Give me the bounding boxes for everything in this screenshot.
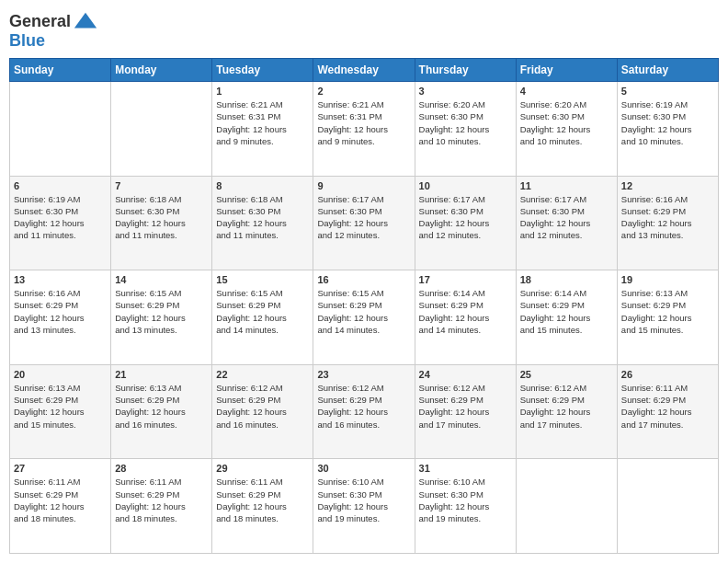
calendar-cell bbox=[516, 459, 617, 554]
calendar-cell: 6Sunrise: 6:19 AM Sunset: 6:30 PM Daylig… bbox=[10, 176, 111, 270]
day-info: Sunrise: 6:21 AM Sunset: 6:31 PM Dayligh… bbox=[216, 98, 309, 147]
calendar-cell: 16Sunrise: 6:15 AM Sunset: 6:29 PM Dayli… bbox=[313, 270, 415, 365]
calendar-week-row: 13Sunrise: 6:16 AM Sunset: 6:29 PM Dayli… bbox=[10, 270, 719, 365]
calendar-cell: 8Sunrise: 6:18 AM Sunset: 6:30 PM Daylig… bbox=[212, 176, 313, 270]
day-info: Sunrise: 6:18 AM Sunset: 6:30 PM Dayligh… bbox=[216, 193, 309, 242]
calendar-cell: 15Sunrise: 6:15 AM Sunset: 6:29 PM Dayli… bbox=[212, 270, 313, 365]
calendar-cell: 21Sunrise: 6:13 AM Sunset: 6:29 PM Dayli… bbox=[111, 364, 212, 459]
calendar-cell: 18Sunrise: 6:14 AM Sunset: 6:29 PM Dayli… bbox=[516, 270, 617, 365]
calendar-table: SundayMondayTuesdayWednesdayThursdayFrid… bbox=[9, 58, 719, 554]
calendar-cell bbox=[617, 459, 718, 554]
weekday-header: Tuesday bbox=[212, 59, 313, 82]
calendar-cell: 20Sunrise: 6:13 AM Sunset: 6:29 PM Dayli… bbox=[10, 364, 111, 459]
day-info: Sunrise: 6:17 AM Sunset: 6:30 PM Dayligh… bbox=[520, 193, 613, 242]
day-number: 22 bbox=[216, 369, 309, 380]
logo: General Blue bbox=[9, 9, 98, 51]
day-info: Sunrise: 6:21 AM Sunset: 6:31 PM Dayligh… bbox=[317, 98, 410, 147]
page: General Blue SundayMondayTuesdayWednesda… bbox=[0, 0, 728, 563]
logo-icon bbox=[73, 9, 98, 35]
day-info: Sunrise: 6:19 AM Sunset: 6:30 PM Dayligh… bbox=[621, 98, 714, 147]
calendar-cell: 9Sunrise: 6:17 AM Sunset: 6:30 PM Daylig… bbox=[313, 176, 415, 270]
logo-text: General bbox=[9, 13, 71, 31]
weekday-header: Thursday bbox=[415, 59, 516, 82]
calendar-cell: 29Sunrise: 6:11 AM Sunset: 6:29 PM Dayli… bbox=[212, 459, 313, 554]
day-info: Sunrise: 6:15 AM Sunset: 6:29 PM Dayligh… bbox=[317, 287, 410, 336]
day-info: Sunrise: 6:11 AM Sunset: 6:29 PM Dayligh… bbox=[621, 382, 714, 431]
day-info: Sunrise: 6:16 AM Sunset: 6:29 PM Dayligh… bbox=[14, 287, 107, 336]
calendar-cell: 19Sunrise: 6:13 AM Sunset: 6:29 PM Dayli… bbox=[617, 270, 718, 365]
day-number: 17 bbox=[419, 274, 512, 285]
day-number: 25 bbox=[520, 369, 613, 380]
day-number: 31 bbox=[419, 463, 512, 474]
day-number: 8 bbox=[216, 180, 309, 191]
header: General Blue bbox=[9, 9, 719, 51]
day-info: Sunrise: 6:15 AM Sunset: 6:29 PM Dayligh… bbox=[216, 287, 309, 336]
day-number: 15 bbox=[216, 274, 309, 285]
calendar-cell: 24Sunrise: 6:12 AM Sunset: 6:29 PM Dayli… bbox=[415, 364, 516, 459]
calendar-cell: 5Sunrise: 6:19 AM Sunset: 6:30 PM Daylig… bbox=[617, 82, 718, 177]
calendar-cell: 22Sunrise: 6:12 AM Sunset: 6:29 PM Dayli… bbox=[212, 364, 313, 459]
day-info: Sunrise: 6:12 AM Sunset: 6:29 PM Dayligh… bbox=[216, 382, 309, 431]
calendar-week-row: 27Sunrise: 6:11 AM Sunset: 6:29 PM Dayli… bbox=[10, 459, 719, 554]
day-number: 24 bbox=[419, 369, 512, 380]
calendar-cell: 26Sunrise: 6:11 AM Sunset: 6:29 PM Dayli… bbox=[617, 364, 718, 459]
day-info: Sunrise: 6:20 AM Sunset: 6:30 PM Dayligh… bbox=[520, 98, 613, 147]
day-info: Sunrise: 6:13 AM Sunset: 6:29 PM Dayligh… bbox=[621, 287, 714, 336]
day-info: Sunrise: 6:18 AM Sunset: 6:30 PM Dayligh… bbox=[115, 193, 208, 242]
day-info: Sunrise: 6:12 AM Sunset: 6:29 PM Dayligh… bbox=[317, 382, 410, 431]
day-info: Sunrise: 6:11 AM Sunset: 6:29 PM Dayligh… bbox=[115, 476, 208, 524]
day-info: Sunrise: 6:16 AM Sunset: 6:29 PM Dayligh… bbox=[621, 193, 714, 242]
day-info: Sunrise: 6:11 AM Sunset: 6:29 PM Dayligh… bbox=[14, 476, 107, 524]
day-number: 7 bbox=[115, 180, 208, 191]
weekday-header: Monday bbox=[111, 59, 212, 82]
weekday-header: Saturday bbox=[617, 59, 718, 82]
day-number: 14 bbox=[115, 274, 208, 285]
calendar-cell: 3Sunrise: 6:20 AM Sunset: 6:30 PM Daylig… bbox=[415, 82, 516, 177]
day-number: 12 bbox=[621, 180, 714, 191]
calendar-cell: 12Sunrise: 6:16 AM Sunset: 6:29 PM Dayli… bbox=[617, 176, 718, 270]
calendar-cell: 7Sunrise: 6:18 AM Sunset: 6:30 PM Daylig… bbox=[111, 176, 212, 270]
calendar-cell: 11Sunrise: 6:17 AM Sunset: 6:30 PM Dayli… bbox=[516, 176, 617, 270]
day-info: Sunrise: 6:19 AM Sunset: 6:30 PM Dayligh… bbox=[14, 193, 107, 242]
day-info: Sunrise: 6:17 AM Sunset: 6:30 PM Dayligh… bbox=[317, 193, 410, 242]
day-info: Sunrise: 6:20 AM Sunset: 6:30 PM Dayligh… bbox=[419, 98, 512, 147]
calendar-cell: 28Sunrise: 6:11 AM Sunset: 6:29 PM Dayli… bbox=[111, 459, 212, 554]
day-info: Sunrise: 6:15 AM Sunset: 6:29 PM Dayligh… bbox=[115, 287, 208, 336]
day-info: Sunrise: 6:12 AM Sunset: 6:29 PM Dayligh… bbox=[419, 382, 512, 431]
calendar-cell bbox=[111, 82, 212, 177]
calendar-cell: 17Sunrise: 6:14 AM Sunset: 6:29 PM Dayli… bbox=[415, 270, 516, 365]
calendar-cell: 2Sunrise: 6:21 AM Sunset: 6:31 PM Daylig… bbox=[313, 82, 415, 177]
calendar-cell: 14Sunrise: 6:15 AM Sunset: 6:29 PM Dayli… bbox=[111, 270, 212, 365]
day-number: 23 bbox=[317, 369, 410, 380]
calendar-cell: 30Sunrise: 6:10 AM Sunset: 6:30 PM Dayli… bbox=[313, 459, 415, 554]
calendar-cell: 13Sunrise: 6:16 AM Sunset: 6:29 PM Dayli… bbox=[10, 270, 111, 365]
day-number: 26 bbox=[621, 369, 714, 380]
day-number: 3 bbox=[419, 86, 512, 97]
day-number: 2 bbox=[317, 86, 410, 97]
day-info: Sunrise: 6:14 AM Sunset: 6:29 PM Dayligh… bbox=[520, 287, 613, 336]
day-number: 1 bbox=[216, 86, 309, 97]
day-number: 13 bbox=[14, 274, 107, 285]
day-number: 6 bbox=[14, 180, 107, 191]
day-info: Sunrise: 6:12 AM Sunset: 6:29 PM Dayligh… bbox=[520, 382, 613, 431]
day-number: 10 bbox=[419, 180, 512, 191]
weekday-header: Sunday bbox=[10, 59, 111, 82]
calendar-cell: 10Sunrise: 6:17 AM Sunset: 6:30 PM Dayli… bbox=[415, 176, 516, 270]
day-info: Sunrise: 6:10 AM Sunset: 6:30 PM Dayligh… bbox=[317, 476, 410, 524]
calendar-cell: 25Sunrise: 6:12 AM Sunset: 6:29 PM Dayli… bbox=[516, 364, 617, 459]
day-info: Sunrise: 6:13 AM Sunset: 6:29 PM Dayligh… bbox=[14, 382, 107, 431]
day-number: 29 bbox=[216, 463, 309, 474]
day-info: Sunrise: 6:14 AM Sunset: 6:29 PM Dayligh… bbox=[419, 287, 512, 336]
day-number: 20 bbox=[14, 369, 107, 380]
day-number: 16 bbox=[317, 274, 410, 285]
day-number: 4 bbox=[520, 86, 613, 97]
day-number: 11 bbox=[520, 180, 613, 191]
day-number: 5 bbox=[621, 86, 714, 97]
calendar-week-row: 6Sunrise: 6:19 AM Sunset: 6:30 PM Daylig… bbox=[10, 176, 719, 270]
day-number: 30 bbox=[317, 463, 410, 474]
calendar-cell: 27Sunrise: 6:11 AM Sunset: 6:29 PM Dayli… bbox=[10, 459, 111, 554]
weekday-header-row: SundayMondayTuesdayWednesdayThursdayFrid… bbox=[10, 59, 719, 82]
calendar-cell: 4Sunrise: 6:20 AM Sunset: 6:30 PM Daylig… bbox=[516, 82, 617, 177]
svg-marker-0 bbox=[74, 13, 97, 29]
day-number: 9 bbox=[317, 180, 410, 191]
